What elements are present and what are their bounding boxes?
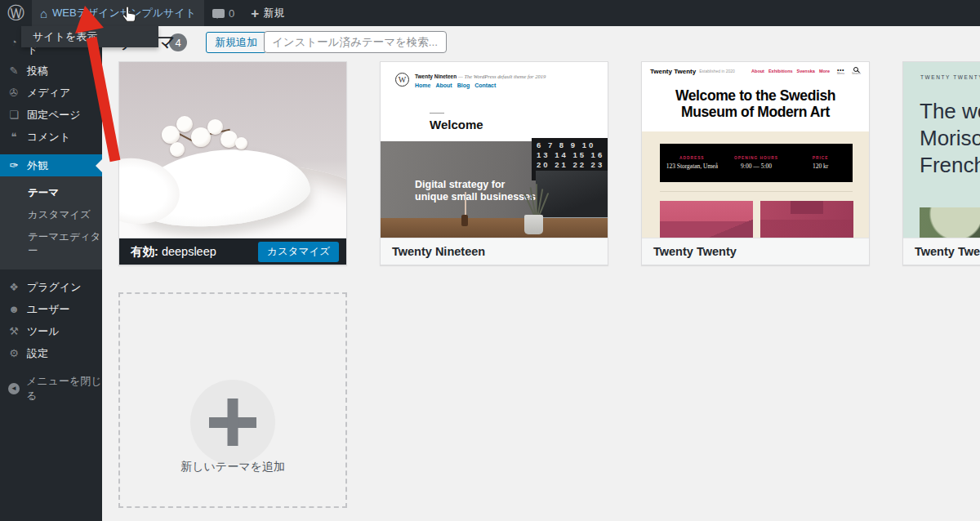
admin-bar: Ⓦ ⌂ WEBデザインサンプルサイト 0 + 新規 (0, 0, 980, 26)
site-menu-dropdown: サイトを表示 (21, 26, 158, 47)
theme-card-twenty-twenty[interactable]: Twenty Twenty Established in 2020 About … (641, 61, 870, 265)
pin-icon: ✎ (7, 65, 20, 77)
artwork-graphic (660, 201, 753, 239)
admin-bar-comments[interactable]: 0 (204, 0, 243, 26)
wordpress-logo-icon[interactable]: Ⓦ (0, 0, 32, 26)
theme-name-footer: Twenty Nineteen (381, 238, 608, 265)
preview-heading: Welcome to the Swedish Museum of Modern … (642, 80, 869, 131)
deepsleep-screenshot (119, 62, 346, 239)
home-icon: ⌂ (40, 7, 47, 20)
sidebar-item-users[interactable]: ☻ ユーザー (0, 298, 102, 320)
info-box: ADDRESS 123 Storgatan, Umeå OPENING HOUR… (660, 144, 853, 182)
user-icon: ☻ (7, 303, 20, 315)
preview-heading: Welcome (430, 118, 483, 131)
sidebar-item-comments[interactable]: ❝ コメント (0, 126, 102, 148)
pages-icon: ❏ (7, 109, 20, 121)
sidebar-item-plugins[interactable]: ❖ プラグイン (0, 276, 102, 298)
sidebar-item-posts[interactable]: ✎ 投稿 (0, 60, 102, 82)
sidebar-item-collapse-menu[interactable]: ◄ メニューを閉じる (0, 377, 102, 399)
wordpress-w-icon: W (395, 73, 409, 87)
theme-card-twenty-nineteen[interactable]: W Twenty Nineteen — The WordPress defaul… (380, 61, 608, 265)
themes-page: テーマ 4 新規追加 有効: deepsleep カスタマイズ W (102, 26, 980, 521)
sidebar-item-tools[interactable]: ⚒ ツール (0, 320, 102, 342)
twenty-twenty-one-screenshot: TWENTY TWENTY-ONE The works of Berthe Mo… (903, 62, 980, 239)
active-theme-footer: 有効: deepsleep カスタマイズ (119, 238, 346, 265)
preview-nav: Home About Blog Contact (415, 82, 496, 88)
collapse-arrow-icon: ◄ (8, 383, 20, 394)
preview-hero-text: Digital strategy for unique small busine… (415, 179, 536, 203)
submenu-item-customize[interactable]: カスタマイズ (0, 204, 102, 226)
twenty-nineteen-screenshot: W Twenty Nineteen — The WordPress defaul… (381, 62, 608, 239)
active-theme-name: deepsleep (162, 245, 216, 258)
submenu-item-theme-editor[interactable]: テーマエディター (0, 226, 102, 262)
settings-icon: ⚙ (7, 347, 20, 359)
admin-sidebar: ◔ ダッシュボード ✎ 投稿 ✇ メディア ❏ 固定ページ ❝ コメント ✑ 外… (0, 26, 102, 521)
sidebar-item-settings[interactable]: ⚙ 設定 (0, 342, 102, 364)
comments-count: 0 (229, 7, 234, 20)
search-input[interactable] (264, 31, 447, 53)
plant-pot-graphic (524, 215, 543, 234)
appearance-submenu: テーマ カスタマイズ テーマエディター (0, 176, 102, 269)
sidebar-item-media[interactable]: ✇ メディア (0, 82, 102, 104)
paintbrush-icon: ✑ (7, 159, 20, 171)
admin-bar-new[interactable]: + 新規 (243, 0, 292, 26)
sidebar-item-appearance[interactable]: ✑ 外観 (0, 154, 102, 176)
twenty-twenty-screenshot: Twenty Twenty Established in 2020 About … (642, 62, 869, 239)
visit-site-link[interactable]: サイトを表示 (33, 29, 97, 44)
theme-card-deepsleep[interactable]: 有効: deepsleep カスタマイズ (118, 61, 347, 265)
dashboard-icon: ◔ (7, 36, 20, 48)
submenu-item-themes[interactable]: テーマ (0, 182, 102, 204)
active-status-label: 有効: (131, 245, 158, 258)
theme-name-footer: Twenty Twenty (642, 238, 869, 265)
media-icon: ✇ (7, 87, 20, 99)
wrench-icon: ⚒ (7, 325, 20, 337)
admin-bar-site-menu[interactable]: ⌂ WEBデザインサンプルサイト (32, 0, 204, 26)
plugin-icon: ❖ (7, 281, 20, 293)
sidebar-item-pages[interactable]: ❏ 固定ページ (0, 104, 102, 126)
artwork-graphic (760, 201, 853, 239)
painting-graphic (920, 207, 980, 239)
comments-icon: ❝ (7, 131, 20, 143)
desk-graphic (381, 218, 608, 239)
admin-bar-site-name: WEBデザインサンプルサイト (52, 6, 196, 20)
add-new-button[interactable]: 新規追加 (206, 32, 266, 53)
preview-heading: The works of Berthe Morisot, 19th-centur… (920, 98, 980, 179)
comment-bubble-icon (212, 9, 225, 18)
search-icon (853, 67, 858, 72)
preview-nav: About Exhibitions Svenska More ••• Menu … (751, 67, 861, 75)
add-new-theme-card[interactable]: 新しいテーマを追加 (118, 292, 347, 508)
customize-button[interactable]: カスタマイズ (258, 242, 339, 262)
plus-icon: + (251, 7, 259, 20)
theme-card-twenty-twenty-one[interactable]: TWENTY TWENTY-ONE The works of Berthe Mo… (902, 61, 980, 265)
theme-name-footer: Twenty Twenty-One (903, 238, 980, 265)
add-new-theme-label: 新しいテーマを追加 (120, 460, 345, 474)
new-label: 新規 (263, 6, 284, 20)
